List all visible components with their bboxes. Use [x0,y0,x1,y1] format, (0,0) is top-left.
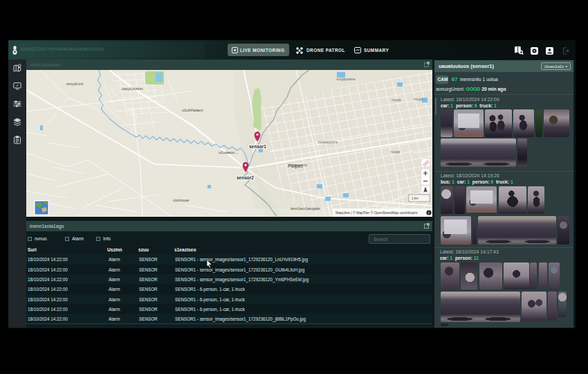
svg-text:u1ulnuuoe: u1ulnuuoe [173,198,190,202]
svg-text:sensor2: sensor2 [237,175,254,180]
svg-text:u1uaaov...: u1uaaov... [219,150,238,154]
svg-text:nuvgiaoynin'a: nuvgiaoynin'a [318,141,338,144]
svg-text:orrcyds:inri: orrcyds:inri [66,82,83,86]
svg-text:1 km: 1 km [412,197,419,200]
svg-text:u1uhl!aiaov: u1uhl!aiaov [182,108,203,112]
svg-text:sensor1: sensor1 [249,144,266,149]
svg-text:Poipet: Poipet [288,163,303,169]
svg-text:oscyUszinn: oscyUszinn [122,87,143,91]
svg-text:nuvgia: nuvgia [392,98,401,102]
svg-text:MapLibre | © MapTiler © OpenSt: MapLibre | © MapTiler © OpenStreetMap co… [336,211,418,215]
svg-text:iienn1avn1asvgiaie: iienn1avn1asvgiaie [291,206,320,211]
svg-text:nuvgia: nuvgia [414,98,423,101]
svg-text:nuvgiaystame: nuvgiaystame [336,78,356,81]
svg-text:nuvgia: nuvgia [391,150,401,154]
